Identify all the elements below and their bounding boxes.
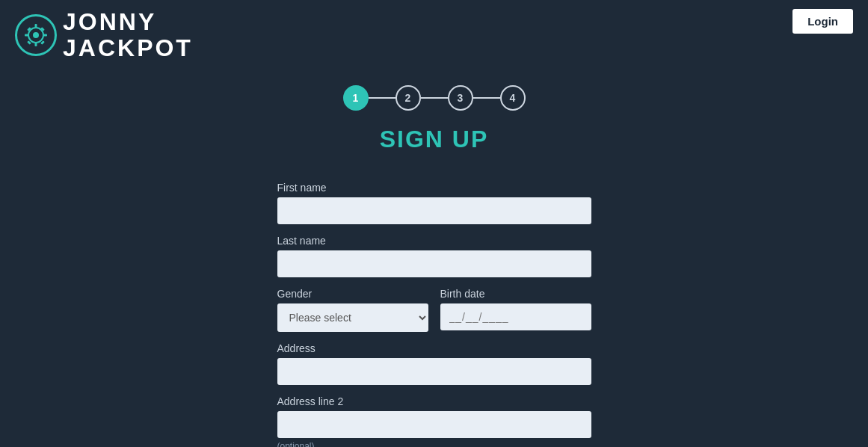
last-name-input[interactable] [277,250,591,277]
optional-badge: (optional) [277,441,591,447]
svg-point-1 [33,32,39,38]
step-1: 1 [343,85,369,111]
gender-select[interactable]: Please select Male Female Other [277,303,428,332]
first-name-input[interactable] [277,197,591,224]
gender-label: Gender [277,288,428,300]
gear-icon [21,20,51,50]
header: JONNY JACKPOT Login [0,0,868,70]
birthdate-col: Birth date [440,277,591,332]
login-button[interactable]: Login [792,9,853,34]
address-label: Address [277,342,591,354]
svg-rect-2 [35,24,37,28]
step-4: 4 [500,85,526,111]
progress-steps: 1 2 3 4 [0,85,868,111]
page-title: SIGN UP [380,126,489,153]
step-line-1-2 [369,97,395,99]
first-name-label: First name [277,182,591,194]
logo: JONNY JACKPOT [15,9,193,61]
logo-text: JONNY JACKPOT [63,9,193,61]
svg-rect-3 [35,43,37,46]
last-name-label: Last name [277,235,591,247]
step-2: 2 [395,85,421,111]
address2-label: Address line 2 [277,395,591,407]
logo-jackpot: JACKPOT [63,35,193,61]
gender-birthdate-row: Gender Please select Male Female Other B… [277,277,591,332]
step-line-3-4 [473,97,500,99]
signup-form: SIGN UP First name Last name Gender Plea… [0,118,868,447]
form-fields: First name Last name Gender Please selec… [277,171,591,447]
birth-date-label: Birth date [440,288,591,300]
gender-col: Gender Please select Male Female Other [277,277,428,332]
step-line-2-3 [421,97,448,99]
svg-rect-4 [25,34,28,37]
step-3: 3 [448,85,473,111]
address-input[interactable] [277,358,591,385]
svg-rect-5 [43,34,47,37]
address2-input[interactable] [277,411,591,438]
logo-jonny: JONNY [63,9,193,35]
logo-icon [15,14,57,56]
birth-date-input[interactable] [440,303,591,330]
